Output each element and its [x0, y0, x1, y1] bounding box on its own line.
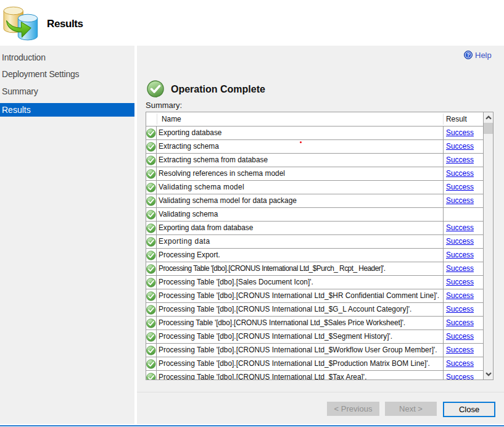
svg-text:?: ?	[466, 52, 469, 58]
